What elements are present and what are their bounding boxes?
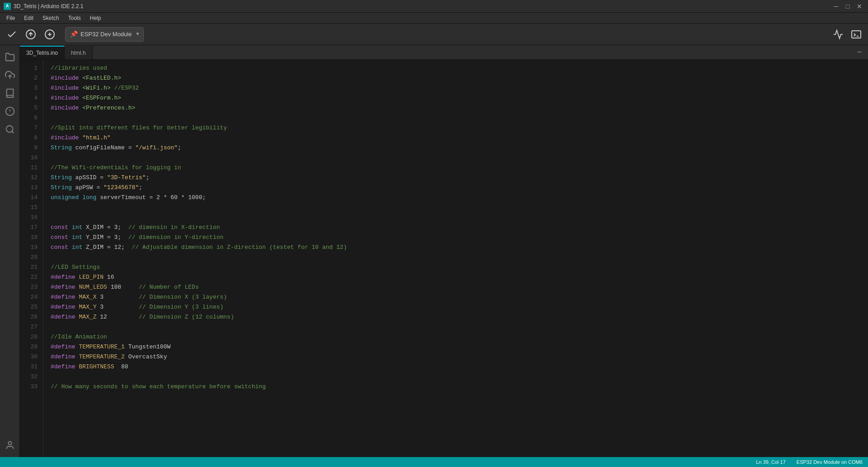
code-line: #define NUM_LEDS 108 // Number of LEDs	[51, 282, 868, 292]
debugger-button[interactable]	[42, 26, 58, 43]
line-number: 23	[20, 282, 43, 292]
code-line	[51, 153, 868, 163]
code-line: const int X_DIM = 3; // dimensin in X-di…	[51, 223, 868, 233]
tab-main-ino[interactable]: 3D_Tetris.ino	[20, 46, 65, 59]
code-token: #include	[51, 75, 79, 81]
code-line: #include <FastLED.h>	[51, 73, 868, 83]
code-token: // How many seconds to show each tempera…	[51, 383, 266, 390]
line-number: 31	[20, 362, 43, 372]
sidebar-user-icon[interactable]	[2, 437, 18, 453]
code-token: <WiFi.h>	[82, 85, 110, 91]
verify-button[interactable]	[4, 26, 20, 43]
line-number: 24	[20, 292, 43, 302]
code-token: LED_PIN	[79, 274, 104, 281]
menu-tools[interactable]: Tools	[64, 13, 85, 24]
code-line: #define LED_PIN 16	[51, 272, 868, 282]
line-number: 32	[20, 372, 43, 382]
menu-help[interactable]: Help	[85, 13, 106, 24]
upload-button[interactable]	[23, 26, 39, 43]
code-token: "html.h"	[82, 134, 110, 141]
code-token: 16	[104, 274, 114, 281]
line-number: 9	[20, 143, 43, 153]
main-area: 3D_Tetris.ino html.h ⋯ 12345678910111213…	[0, 45, 868, 457]
board-selector[interactable]: 📌 ESP32 Dev Module ▼	[65, 27, 144, 42]
window-controls: ─ □ ✕	[831, 2, 864, 11]
code-token: 80	[114, 363, 128, 370]
line-number: 4	[20, 93, 43, 103]
code-token: #define	[51, 304, 75, 310]
code-token: NUM_LEDS	[79, 284, 107, 291]
code-token: //Split into different files for better …	[51, 124, 227, 131]
code-token	[68, 224, 72, 231]
tabs-more-button[interactable]: ⋯	[854, 46, 864, 59]
code-token: OvercastSky	[125, 353, 167, 360]
code-token: //Idle Animation	[51, 334, 107, 340]
minimize-button[interactable]: ─	[831, 2, 841, 11]
code-token: #define	[51, 294, 75, 300]
code-token: Tungsten100W	[125, 343, 170, 350]
line-numbers: 1234567891011121314151617181920212223242…	[20, 60, 43, 457]
sidebar-library-icon[interactable]	[2, 85, 18, 101]
line-number: 27	[20, 322, 43, 332]
maximize-button[interactable]: □	[843, 2, 853, 11]
code-token: unsigned long	[51, 194, 96, 201]
line-number: 12	[20, 173, 43, 183]
code-line: #include "html.h"	[51, 133, 868, 143]
code-container[interactable]: 1234567891011121314151617181920212223242…	[20, 60, 868, 457]
code-token: #include	[51, 95, 79, 101]
line-number: 22	[20, 272, 43, 282]
code-token: #define	[51, 274, 75, 281]
serial-plotter-button[interactable]	[830, 26, 846, 43]
code-token: //libraries used	[51, 65, 107, 71]
code-token: apSSID =	[72, 174, 107, 181]
line-number: 8	[20, 133, 43, 143]
menu-file[interactable]: File	[2, 13, 19, 24]
line-number: 21	[20, 262, 43, 272]
window-title: 3D_Tetris | Arduino IDE 2.2.1	[14, 3, 84, 10]
code-token: <ESPForm.h>	[82, 95, 121, 101]
code-line: String configFileName = "/wifi.json";	[51, 143, 868, 153]
code-token: MAX_Y	[79, 304, 96, 310]
sidebar-search-icon[interactable]	[2, 121, 18, 138]
line-number: 7	[20, 123, 43, 133]
code-token: #include	[51, 134, 79, 141]
code-token: // dimensin in X-direction	[128, 224, 220, 231]
menu-sketch[interactable]: Sketch	[38, 13, 64, 24]
line-number: 11	[20, 163, 43, 173]
code-line	[51, 113, 868, 123]
board-selector-label: ESP32 Dev Module	[80, 31, 132, 38]
code-token: "3D-Tetris"	[107, 174, 146, 181]
sidebar-folder-icon[interactable]	[2, 49, 18, 65]
code-token: const	[51, 244, 68, 251]
line-number: 30	[20, 352, 43, 362]
close-button[interactable]: ✕	[854, 2, 864, 11]
code-token: // dimension in Y-direction	[128, 234, 224, 241]
line-number: 33	[20, 382, 43, 392]
code-token: ;	[146, 174, 150, 181]
tab-html-h[interactable]: html.h	[65, 46, 93, 59]
line-number: 18	[20, 233, 43, 243]
serial-monitor-button[interactable]	[848, 26, 864, 43]
code-token: X_DIM = 3;	[82, 224, 128, 231]
sidebar-debug-icon[interactable]	[2, 103, 18, 119]
status-bar: Ln 39, Col 17 ESP32 Dev Module on COM6	[0, 457, 868, 467]
code-token: "12345678"	[104, 184, 139, 191]
code-line: #define MAX_Z 12 // Dimension Z (12 colu…	[51, 312, 868, 322]
sidebar-upload-icon[interactable]	[2, 67, 18, 83]
code-line: //LED Settings	[51, 262, 868, 272]
code-line	[51, 203, 868, 213]
code-token: MAX_X	[79, 294, 96, 300]
line-number: 17	[20, 223, 43, 233]
code-token: String	[51, 174, 72, 181]
code-token: String	[51, 184, 72, 191]
code-line: //The Wifi-credentials for logging in	[51, 163, 868, 173]
code-token: ;	[139, 184, 142, 191]
code-token: #define	[51, 353, 75, 360]
code-line: const int Z_DIM = 12; // Adjustable dime…	[51, 243, 868, 253]
code-token: Z_DIM = 12;	[82, 244, 132, 251]
menu-edit[interactable]: Edit	[19, 13, 38, 24]
code-token: int	[72, 224, 82, 231]
board-selector-arrow-icon: ▼	[136, 32, 139, 37]
code-token: configFileName =	[72, 144, 135, 151]
line-number: 19	[20, 243, 43, 253]
